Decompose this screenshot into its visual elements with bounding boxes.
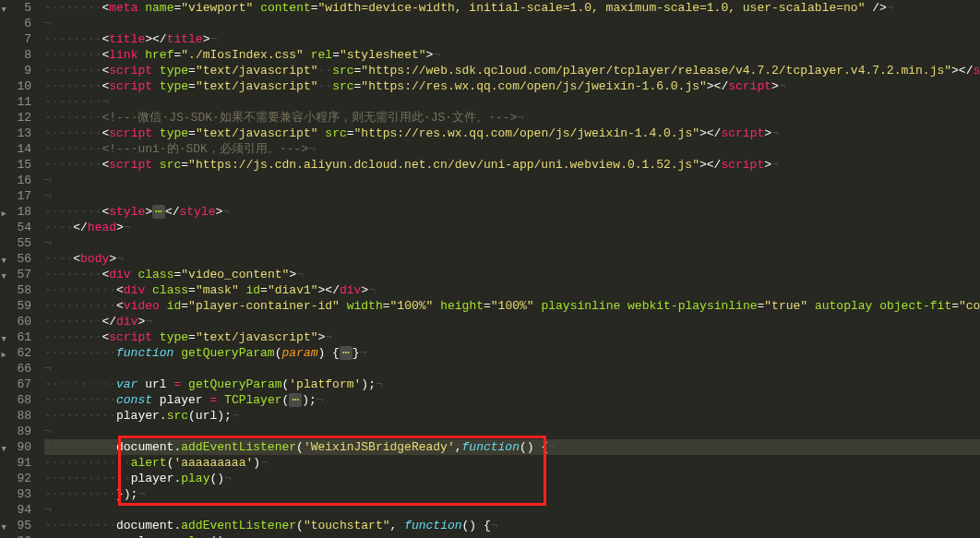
fold-placeholder[interactable]: ⋯ <box>289 393 302 407</box>
line-number-gutter[interactable]: 5▾6789101112131415161718▸545556▾57▾58596… <box>0 0 39 538</box>
code-line[interactable]: ··········player.src(url);¬ <box>44 408 980 424</box>
line-number[interactable]: 15 <box>0 157 31 173</box>
line-number[interactable]: 60 <box>0 314 31 329</box>
line-number[interactable]: 5▾ <box>0 0 31 16</box>
code-line[interactable]: ········<script type="text/javascript">¬ <box>44 329 980 345</box>
line-number[interactable]: 91 <box>0 455 31 471</box>
line-number[interactable]: 62▸ <box>0 345 31 361</box>
code-line[interactable]: ········<script src="https://js.cdn.aliy… <box>44 157 980 173</box>
code-line[interactable]: ········<!--·微信·JS-SDK·如果不需要兼容小程序，则无需引用此… <box>44 110 980 126</box>
fold-placeholder[interactable]: ⋯ <box>152 205 165 219</box>
fold-open-icon[interactable]: ▾ <box>0 520 7 529</box>
code-editor[interactable]: 5▾6789101112131415161718▸545556▾57▾58596… <box>0 0 980 538</box>
line-number[interactable]: 16 <box>0 173 31 188</box>
code-line[interactable]: ··········<video id="player-container-id… <box>44 298 980 314</box>
line-number[interactable]: 10 <box>0 78 31 94</box>
fold-open-icon[interactable]: ▾ <box>0 2 7 11</box>
code-line[interactable]: ····</head>¬ <box>44 220 980 235</box>
line-number[interactable]: 95▾ <box>0 518 31 533</box>
line-number[interactable]: 59 <box>0 298 31 314</box>
fold-closed-icon[interactable]: ▸ <box>0 347 7 356</box>
code-area[interactable]: ········<meta name="viewport" content="w… <box>39 0 980 538</box>
line-number[interactable]: 11 <box>0 94 31 110</box>
code-line[interactable]: ··········document.addEventListener("tou… <box>44 518 980 533</box>
code-line[interactable]: ········<meta name="viewport" content="w… <box>44 0 980 16</box>
code-line[interactable]: ········¬ <box>44 94 980 110</box>
code-line[interactable]: ········<script type="text/javascript"··… <box>44 78 980 94</box>
line-number[interactable]: 93 <box>0 486 31 502</box>
line-number[interactable]: 8 <box>0 47 31 63</box>
line-number[interactable]: 94 <box>0 502 31 518</box>
fold-open-icon[interactable]: ▾ <box>0 441 7 450</box>
code-line[interactable]: ¬ <box>44 235 980 251</box>
line-number[interactable]: 56▾ <box>0 251 31 267</box>
code-line[interactable]: ········<!--·uni·的·SDK，必须引用。·-->¬ <box>44 141 980 157</box>
line-number[interactable]: 90▾ <box>0 439 31 455</box>
fold-open-icon[interactable]: ▾ <box>0 331 7 341</box>
line-number[interactable]: 13 <box>0 126 31 141</box>
code-line[interactable]: ··········var url = getQueryParam('platf… <box>44 377 980 392</box>
code-line[interactable]: ········<script type="text/javascript"··… <box>44 63 980 78</box>
line-number[interactable]: 88 <box>0 408 31 424</box>
line-number[interactable]: 14 <box>0 141 31 157</box>
code-line[interactable]: ········<style>⋯</style>¬ <box>44 204 980 220</box>
code-line[interactable]: ··········});¬ <box>44 486 980 502</box>
line-number[interactable]: 12 <box>0 110 31 126</box>
line-number[interactable]: 89 <box>0 424 31 439</box>
line-number[interactable]: 17 <box>0 188 31 204</box>
fold-open-icon[interactable]: ▾ <box>0 269 7 278</box>
code-line[interactable]: ¬ <box>44 424 980 439</box>
code-line[interactable]: ········<script type="text/javascript" s… <box>44 126 980 141</box>
line-number[interactable]: 61▾ <box>0 329 31 345</box>
line-number[interactable]: 68 <box>0 392 31 408</box>
code-line[interactable]: ··········const player = TCPlayer(⋯);¬ <box>44 392 980 408</box>
code-line[interactable]: ¬ <box>44 188 980 204</box>
code-line[interactable]: ····<body>¬ <box>44 251 980 267</box>
code-line[interactable]: ········<div class="video_content">¬ <box>44 267 980 282</box>
fold-open-icon[interactable]: ▾ <box>0 253 7 262</box>
code-line[interactable]: ········</div>¬ <box>44 314 980 329</box>
code-line[interactable]: ··········function getQueryParam(param) … <box>44 345 980 361</box>
code-line[interactable]: ············alert('aaaaaaaaa')¬ <box>44 455 980 471</box>
code-line[interactable]: ··········document.addEventListener('Wei… <box>44 439 980 455</box>
line-number[interactable]: 6 <box>0 16 31 31</box>
code-line[interactable]: ··········<div class="mask" id="diav1"><… <box>44 282 980 298</box>
code-line[interactable]: ············player.play()¬ <box>44 471 980 486</box>
code-line[interactable]: ············player.play();¬ <box>44 533 980 538</box>
code-line[interactable]: ¬ <box>44 16 980 31</box>
line-number[interactable]: 67 <box>0 377 31 392</box>
line-number[interactable]: 96 <box>0 533 31 538</box>
line-number[interactable]: 54 <box>0 220 31 235</box>
line-number[interactable]: 7 <box>0 31 31 47</box>
line-number[interactable]: 92 <box>0 471 31 486</box>
code-line[interactable]: ¬ <box>44 502 980 518</box>
line-number[interactable]: 55 <box>0 235 31 251</box>
line-number[interactable]: 57▾ <box>0 267 31 282</box>
fold-placeholder[interactable]: ⋯ <box>340 346 353 360</box>
fold-closed-icon[interactable]: ▸ <box>0 206 7 215</box>
code-line[interactable]: ¬ <box>44 173 980 188</box>
code-line[interactable]: ········<link href="./mIosIndex.css" rel… <box>44 47 980 63</box>
code-line[interactable]: ¬ <box>44 361 980 377</box>
line-number[interactable]: 18▸ <box>0 204 31 220</box>
line-number[interactable]: 66 <box>0 361 31 377</box>
line-number[interactable]: 9 <box>0 63 31 78</box>
line-number[interactable]: 58 <box>0 282 31 298</box>
code-line[interactable]: ········<title></title>¬ <box>44 31 980 47</box>
